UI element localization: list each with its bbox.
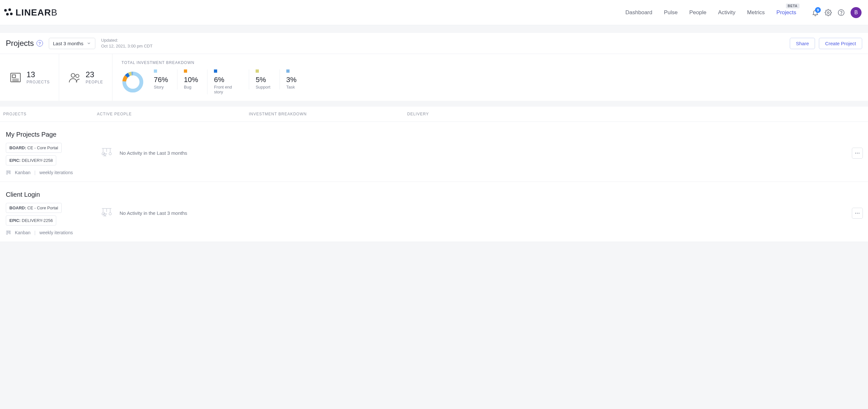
svg-point-27 <box>857 153 858 154</box>
board-tag[interactable]: BOARD: CE - Core Portal <box>6 203 62 213</box>
invest-percent: 3% <box>286 75 297 84</box>
page-help-icon[interactable]: ? <box>36 40 43 46</box>
invest-percent: 6% <box>214 75 240 84</box>
cadence-label: weekly iterations <box>39 230 73 235</box>
board-tag[interactable]: BOARD: CE - Core Portal <box>6 143 62 153</box>
svg-point-1 <box>8 8 11 11</box>
avatar[interactable]: B <box>850 7 862 18</box>
project-meta: Kanban|weekly iterations <box>6 230 99 235</box>
svg-point-3 <box>10 12 12 15</box>
invest-category: Task <box>286 85 297 90</box>
kanban-icon <box>6 230 11 235</box>
cadence-label: weekly iterations <box>39 170 73 175</box>
svg-rect-8 <box>12 75 16 77</box>
nav-activity[interactable]: Activity <box>718 9 736 16</box>
swatch-icon <box>184 69 187 73</box>
people-label: PEOPLE <box>86 80 103 84</box>
invest-percent: 10% <box>184 75 198 84</box>
table-header-row: PROJECTS ACTIVE PEOPLE INVESTMENT BREAKD… <box>0 106 868 122</box>
page-header: Projects ? Last 3 months Updated: Oct 12… <box>0 33 868 54</box>
method-label: Kanban <box>15 170 30 175</box>
date-range-select[interactable]: Last 3 months <box>49 38 95 49</box>
no-activity-icon <box>99 206 114 220</box>
more-button[interactable] <box>852 208 863 219</box>
summary-projects: 13 PROJECTS <box>0 54 59 101</box>
nav-metrics[interactable]: Metrics <box>747 9 765 16</box>
summary-strip: 13 PROJECTS 23 PEOPLE TOTAL INVESTMENT B… <box>0 54 868 101</box>
svg-point-26 <box>855 153 856 154</box>
kanban-icon <box>6 170 11 175</box>
nav-dashboard[interactable]: Dashboard <box>625 9 652 16</box>
people-count: 23 <box>86 71 103 78</box>
svg-rect-31 <box>9 231 10 234</box>
svg-rect-29 <box>6 231 7 234</box>
nav-pulse[interactable]: Pulse <box>664 9 678 16</box>
svg-point-4 <box>827 12 829 13</box>
investment-title: TOTAL INVESTMENT BREAKDOWN <box>122 60 859 65</box>
col-projects: PROJECTS <box>3 112 97 116</box>
svg-rect-19 <box>8 171 9 173</box>
invest-item: 3%Task <box>280 69 306 90</box>
svg-point-0 <box>4 9 7 12</box>
projects-label: PROJECTS <box>27 80 50 84</box>
notifications-icon[interactable]: 9 <box>812 9 819 16</box>
svg-point-5 <box>838 9 844 15</box>
no-activity-text: No Activity in the Last 3 months <box>120 150 187 156</box>
project-name: Client Login <box>6 191 99 198</box>
nav-icons: 9 B <box>812 7 862 18</box>
invest-percent: 5% <box>256 75 271 84</box>
col-delivery: DELIVERY <box>407 112 865 116</box>
swatch-icon <box>256 69 259 73</box>
projects-icon <box>9 71 22 84</box>
invest-percent: 76% <box>154 75 168 84</box>
project-list: My Projects PageBOARD: CE - Core PortalE… <box>0 122 868 242</box>
investment-donut-chart <box>122 71 144 93</box>
invest-item: 10%Bug <box>177 69 207 90</box>
swatch-icon <box>286 69 289 73</box>
svg-point-37 <box>855 213 856 214</box>
svg-point-36 <box>109 213 111 215</box>
no-activity-icon <box>99 146 114 160</box>
summary-people: 23 PEOPLE <box>59 54 113 101</box>
project-row[interactable]: Client LoginBOARD: CE - Core PortalEPIC:… <box>0 182 868 242</box>
project-row[interactable]: My Projects PageBOARD: CE - Core PortalE… <box>0 122 868 182</box>
people-icon <box>68 71 81 84</box>
invest-item: 5%Support <box>249 69 280 90</box>
chevron-down-icon <box>87 41 91 45</box>
epic-tag[interactable]: EPIC: DELIVERY-2256 <box>6 216 56 225</box>
svg-point-28 <box>859 153 860 154</box>
svg-point-2 <box>6 13 9 15</box>
epic-tag[interactable]: EPIC: DELIVERY-2258 <box>6 155 56 165</box>
svg-point-11 <box>71 73 75 77</box>
svg-point-6 <box>841 13 841 14</box>
invest-item: 76%Story <box>154 69 177 90</box>
no-activity-text: No Activity in the Last 3 months <box>120 210 187 216</box>
create-project-button[interactable]: Create Project <box>819 38 862 49</box>
logo-text: LINEARB <box>16 7 58 18</box>
col-active-people: ACTIVE PEOPLE <box>97 112 249 116</box>
svg-point-38 <box>857 213 858 214</box>
nav-links: Dashboard Pulse People Activity Metrics … <box>625 9 796 16</box>
nav-people[interactable]: People <box>689 9 706 16</box>
top-nav: LINEARB Dashboard Pulse People Activity … <box>0 0 868 25</box>
logo-icon <box>3 8 13 18</box>
svg-rect-20 <box>9 171 10 174</box>
invest-category: Front end story <box>214 85 240 94</box>
svg-point-12 <box>75 74 79 77</box>
more-icon <box>855 210 860 216</box>
settings-icon[interactable] <box>825 9 832 16</box>
invest-category: Support <box>256 85 271 90</box>
more-button[interactable] <box>852 148 863 159</box>
svg-rect-30 <box>8 231 9 233</box>
help-icon[interactable] <box>838 9 845 16</box>
nav-projects[interactable]: BETA Projects <box>777 9 796 16</box>
beta-badge: BETA <box>786 4 800 8</box>
swatch-icon <box>154 69 157 73</box>
more-icon <box>855 150 860 156</box>
page-title: Projects ? <box>6 39 43 48</box>
share-button[interactable]: Share <box>790 38 815 49</box>
logo[interactable]: LINEARB <box>3 7 58 18</box>
svg-rect-18 <box>6 171 7 175</box>
notifications-count: 9 <box>815 7 821 13</box>
projects-count: 13 <box>27 71 50 78</box>
